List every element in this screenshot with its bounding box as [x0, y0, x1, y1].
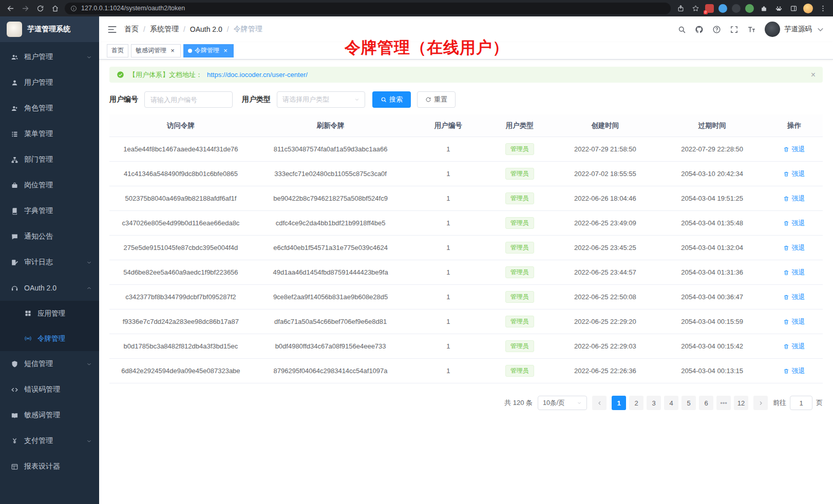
access-token-cell: f9336e7c7dd242a283ee98dc86b17a87: [109, 318, 252, 325]
force-logout-button[interactable]: 强退: [783, 145, 805, 154]
sidebar-item-role[interactable]: 角色管理: [0, 95, 99, 121]
page-jump: 前往 页: [773, 396, 823, 410]
page-size-select[interactable]: 10条/页: [538, 396, 587, 410]
hamburger-icon[interactable]: [107, 25, 117, 34]
force-logout-button[interactable]: 强退: [783, 194, 805, 203]
page-button-12[interactable]: 12: [734, 396, 748, 410]
page-button-2[interactable]: 2: [629, 396, 643, 410]
page-button-1[interactable]: 1: [612, 396, 626, 410]
sidebar-item-label: 敏感词管理: [24, 411, 60, 420]
user-type-cell: 管理员: [487, 168, 552, 180]
side-panel-icon[interactable]: [788, 3, 799, 13]
search-button[interactable]: 搜索: [372, 91, 411, 108]
extension-blue-icon[interactable]: [718, 4, 727, 13]
user-type-badge: 管理员: [505, 266, 534, 278]
reset-button[interactable]: 重置: [417, 91, 456, 108]
sidebar-item-sms[interactable]: 短信管理: [0, 351, 99, 377]
url-bar[interactable]: 127.0.0.1:1024/system/oauth2/token: [65, 3, 671, 14]
breadcrumb: 首页/系统管理/OAuth 2.0/令牌管理: [124, 25, 262, 34]
refresh-token-cell: cdfc4ce9c2da4bb1bdf21b9918ff4be5: [252, 219, 409, 227]
force-logout-button[interactable]: 强退: [783, 243, 805, 253]
close-tab-icon[interactable]: ×: [222, 47, 229, 54]
sidebar-item-report-designer[interactable]: 报表设计器: [0, 454, 99, 479]
close-tab-icon[interactable]: ×: [169, 47, 176, 54]
breadcrumb-item[interactable]: 首页: [124, 25, 139, 34]
search-icon[interactable]: [677, 25, 686, 34]
sidebar-item-sensitive-word[interactable]: 敏感词管理: [0, 402, 99, 428]
force-logout-button[interactable]: 强退: [783, 293, 805, 302]
expire-time-cell: 2054-03-04 00:15:42: [659, 342, 766, 350]
home-icon[interactable]: [50, 3, 60, 13]
expire-time-cell: 2054-03-04 01:31:36: [659, 268, 766, 276]
force-logout-button[interactable]: 强退: [783, 366, 805, 376]
prev-page-button[interactable]: [592, 396, 607, 410]
created-time-cell: 2022-06-25 22:29:20: [552, 318, 658, 325]
bookmark-star-icon[interactable]: [690, 3, 701, 13]
sidebar-item-dict[interactable]: 字典管理: [0, 198, 99, 224]
breadcrumb-item[interactable]: OAuth 2.0: [190, 25, 222, 33]
sidebar-item-notice[interactable]: 通知公告: [0, 224, 99, 249]
tab-home[interactable]: 首页: [107, 44, 128, 57]
site-info-icon[interactable]: [70, 5, 77, 12]
extensions-puzzle-icon[interactable]: [759, 3, 769, 13]
sidebar-item-oauth2-token[interactable]: 令牌管理: [0, 326, 99, 351]
tab-oauth2-token[interactable]: 令牌管理×: [183, 44, 234, 57]
share-icon[interactable]: [675, 3, 686, 13]
app-logo[interactable]: 芋道管理系统: [0, 16, 99, 42]
sidebar-item-post[interactable]: 岗位管理: [0, 172, 99, 198]
page-button-4[interactable]: 4: [664, 396, 678, 410]
sidebar-item-user[interactable]: 用户管理: [0, 70, 99, 95]
breadcrumb-item: 令牌管理: [234, 25, 262, 34]
refresh-icon[interactable]: [35, 3, 45, 13]
extension-dark-icon[interactable]: [732, 4, 741, 13]
delete-icon: [783, 196, 789, 202]
sidebar-item-oauth2-application[interactable]: 应用管理: [0, 301, 99, 326]
force-logout-button[interactable]: 强退: [783, 219, 805, 228]
forward-icon[interactable]: [20, 3, 30, 13]
tab-sensitive-word[interactable]: 敏感词管理×: [131, 44, 181, 57]
alert-doc-link[interactable]: https://doc.iocoder.cn/user-center/: [207, 71, 308, 79]
page-jump-input[interactable]: [790, 396, 812, 410]
user-type-badge: 管理员: [505, 217, 534, 229]
page-ellipsis[interactable]: •••: [716, 396, 731, 410]
alert-close-icon[interactable]: ×: [811, 70, 816, 80]
sidebar-item-menu[interactable]: 菜单管理: [0, 121, 99, 147]
next-page-button[interactable]: [753, 396, 768, 410]
force-logout-button[interactable]: 强退: [783, 169, 805, 179]
breadcrumb-item[interactable]: 系统管理: [150, 25, 179, 34]
pagination-pages: 123456•••12: [612, 396, 748, 410]
page-button-6[interactable]: 6: [699, 396, 713, 410]
browser-profile-avatar[interactable]: [803, 4, 813, 13]
sidebar-item-pay[interactable]: 支付管理: [0, 428, 99, 454]
created-time-cell: 2022-06-25 22:26:36: [552, 367, 658, 375]
github-icon[interactable]: [695, 25, 704, 34]
font-size-icon[interactable]: [747, 25, 756, 34]
force-logout-button[interactable]: 强退: [783, 342, 805, 351]
tags-bar: 首页敏感词管理×令牌管理×: [99, 42, 833, 60]
back-icon[interactable]: [5, 3, 15, 13]
sidebar-item-oauth2[interactable]: OAuth 2.0: [0, 275, 99, 301]
paw-icon[interactable]: [773, 3, 784, 13]
sidebar-menu: 租户管理用户管理角色管理菜单管理部门管理岗位管理字典管理通知公告审计日志OAut…: [0, 42, 99, 504]
fullscreen-icon[interactable]: [730, 25, 739, 34]
sidebar-item-tenant[interactable]: 租户管理: [0, 44, 99, 70]
extension-red-icon[interactable]: 0: [705, 4, 714, 13]
sidebar-item-audit-log[interactable]: 审计日志: [0, 249, 99, 275]
user-id-input[interactable]: [144, 91, 233, 108]
page-button-3[interactable]: 3: [647, 396, 661, 410]
help-icon[interactable]: [712, 25, 721, 34]
user-type-select[interactable]: 请选择用户类型: [277, 91, 365, 108]
created-time-cell: 2022-06-25 23:45:25: [552, 244, 658, 251]
user-avatar: [765, 22, 780, 37]
force-logout-button[interactable]: 强退: [783, 317, 805, 326]
user-menu[interactable]: 芋道源码: [765, 22, 825, 37]
sidebar-item-error-code[interactable]: 错误码管理: [0, 377, 99, 402]
sidebar-item-dept[interactable]: 部门管理: [0, 147, 99, 172]
page-button-5[interactable]: 5: [681, 396, 696, 410]
browser-menu-icon[interactable]: [818, 3, 828, 13]
force-logout-button[interactable]: 强退: [783, 268, 805, 277]
sidebar-item-label: 用户管理: [24, 78, 53, 87]
extension-green-icon[interactable]: [745, 4, 754, 13]
action-cell: 强退: [766, 268, 823, 277]
tab-label: 敏感词管理: [136, 46, 166, 55]
